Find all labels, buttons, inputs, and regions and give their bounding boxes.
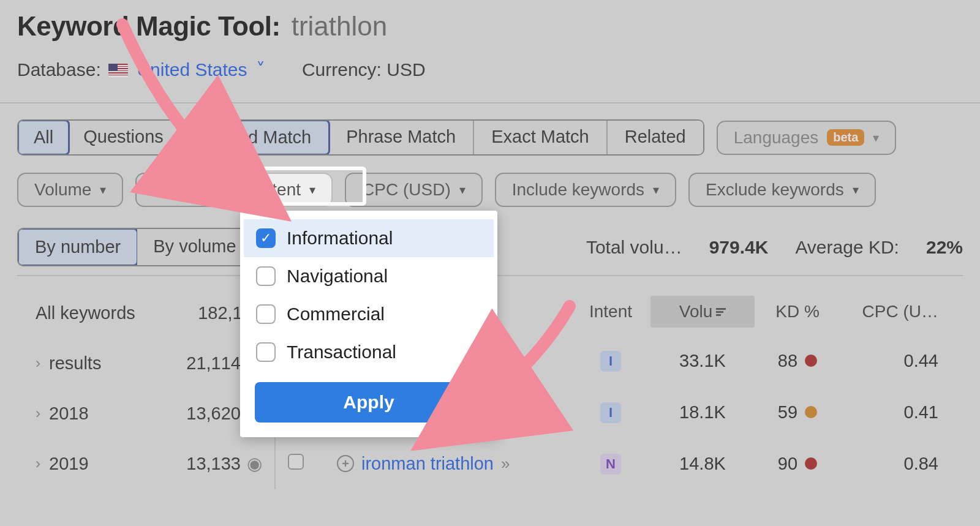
kd-value: 90: [778, 454, 797, 474]
intent-badge: N: [600, 454, 621, 475]
eye-icon[interactable]: ◉: [247, 453, 262, 474]
chevron-down-icon: ▾: [853, 182, 859, 197]
sidebar-all-keywords[interactable]: All keywords 182,136: [17, 288, 274, 338]
filter-volume[interactable]: Volume▾: [17, 173, 123, 207]
sidebar-group-row[interactable]: ›201813,620 ◉: [17, 388, 274, 438]
group-label: 2019: [49, 454, 89, 474]
intent-badge: I: [600, 351, 621, 372]
col-cpc[interactable]: CPC (U…: [840, 302, 951, 321]
group-count: 13,133 ◉: [186, 453, 262, 474]
chevrons-icon: »: [501, 454, 507, 473]
database-value[interactable]: United States: [137, 59, 247, 80]
chevron-down-icon: ▾: [873, 130, 879, 145]
chevron-down-icon: ▾: [205, 182, 211, 197]
cpc-value: 0.41: [840, 402, 951, 423]
intent-option-label: Informational: [287, 228, 393, 249]
keyword-text: ironman triathlon: [361, 454, 494, 474]
volume-value: 18.1K: [650, 402, 755, 423]
table-row: +ironman triathlon» N 14.8K 90 0.84: [276, 438, 963, 489]
chevron-down-icon: ▾: [459, 182, 466, 197]
chevron-down-icon: ˅: [256, 59, 265, 80]
group-label: results: [49, 353, 101, 374]
chevron-right-icon: ›: [36, 355, 40, 372]
checkbox[interactable]: [256, 342, 276, 362]
query-text: triathlon: [292, 11, 388, 42]
filter-cpc[interactable]: CPC (USD)▾: [345, 173, 483, 207]
intent-option[interactable]: Commercial: [244, 295, 494, 333]
tab-by-volume[interactable]: By volume: [137, 229, 252, 265]
kd-value: 88: [778, 351, 797, 371]
apply-button[interactable]: Apply: [255, 382, 483, 423]
filter-include-keywords[interactable]: Include keywords▾: [495, 173, 676, 207]
sort-icon: [716, 308, 726, 316]
avg-kd-value: 22%: [926, 237, 963, 258]
tab-all[interactable]: All: [17, 119, 70, 156]
tool-name: Keyword Magic Tool:: [17, 11, 281, 42]
tab-phrase-match[interactable]: Phrase Match: [329, 121, 474, 154]
filter-exclude-keywords[interactable]: Exclude keywords▾: [688, 173, 876, 207]
sidebar-group-row[interactable]: ›201913,133 ◉: [17, 438, 274, 489]
keyword-link[interactable]: +ironman triathlon»: [337, 454, 571, 474]
intent-option-label: Commercial: [287, 304, 385, 325]
currency-label: Currency: USD: [302, 59, 426, 80]
difficulty-dot-icon: [805, 355, 817, 367]
match-type-tabs: Broad Match Phrase Match Exact Match Rel…: [192, 119, 704, 156]
volume-value: 14.8K: [650, 454, 755, 474]
intent-option[interactable]: Navigational: [244, 257, 494, 295]
group-label: 2018: [49, 404, 89, 424]
kd-value: 59: [778, 402, 797, 423]
avg-kd-label: Average KD:: [795, 237, 899, 258]
total-volume-label: Total volu…: [586, 237, 682, 258]
intent-option-label: Transactional: [287, 342, 396, 363]
beta-badge: beta: [827, 129, 864, 146]
col-volume[interactable]: Volu: [650, 296, 755, 328]
intent-badge: I: [600, 402, 621, 423]
keyword-groups-sidebar: All keywords 182,136 ›results21,114 ◉›20…: [17, 276, 274, 489]
chevron-right-icon: ›: [36, 405, 40, 422]
database-label: Database:: [17, 59, 101, 80]
us-flag-icon: [108, 64, 128, 77]
volume-value: 33.1K: [650, 351, 755, 371]
question-filter-tabs: All Questions: [17, 119, 179, 156]
intent-option-label: Navigational: [287, 266, 388, 287]
cpc-value: 0.44: [840, 351, 951, 371]
sidebar-header-label: All keywords: [36, 303, 135, 323]
filter-intent[interactable]: Intent▾: [241, 173, 333, 207]
add-icon[interactable]: +: [337, 455, 354, 472]
languages-label: Languages: [734, 128, 819, 148]
difficulty-dot-icon: [805, 457, 817, 470]
filter-kd[interactable]: KD %▾: [135, 173, 228, 207]
intent-dropdown-popup: ✓InformationalNavigationalCommercialTran…: [240, 211, 497, 437]
tab-broad-match[interactable]: Broad Match: [192, 119, 330, 156]
row-checkbox[interactable]: [288, 454, 304, 470]
tab-exact-match[interactable]: Exact Match: [474, 121, 608, 154]
chevron-down-icon: ▾: [653, 182, 659, 197]
tab-by-number[interactable]: By number: [17, 228, 138, 266]
col-intent[interactable]: Intent: [571, 302, 650, 321]
intent-option[interactable]: ✓Informational: [244, 219, 494, 257]
total-volume-value: 979.4K: [709, 237, 769, 258]
checkbox[interactable]: [256, 266, 276, 286]
languages-dropdown[interactable]: Languages beta ▾: [717, 121, 897, 155]
sidebar-group-row[interactable]: ›results21,114 ◉: [17, 338, 274, 388]
page-title-row: Keyword Magic Tool: triathlon: [17, 11, 963, 42]
intent-option[interactable]: Transactional: [244, 333, 494, 371]
difficulty-dot-icon: [805, 406, 817, 418]
chevron-down-icon: ▾: [100, 182, 106, 197]
group-by-tabs: By number By volume: [17, 228, 254, 266]
chevron-right-icon: ›: [36, 455, 40, 472]
col-kd[interactable]: KD %: [755, 302, 840, 321]
checkbox[interactable]: ✓: [256, 228, 276, 248]
chevron-down-icon: ▾: [309, 182, 315, 197]
tab-related[interactable]: Related: [608, 121, 703, 154]
database-selector[interactable]: Database: United States ˅: [17, 59, 265, 80]
cpc-value: 0.84: [840, 454, 951, 474]
tab-questions[interactable]: Questions: [69, 121, 178, 154]
divider: [0, 102, 980, 103]
checkbox[interactable]: [256, 304, 276, 324]
